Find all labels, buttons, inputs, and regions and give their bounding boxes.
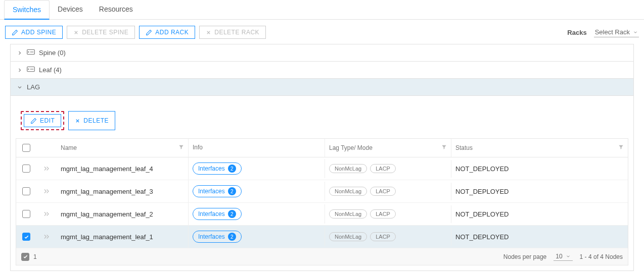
- close-icon: [73, 30, 79, 35]
- lag-type-pill: NonMcLag: [329, 164, 367, 173]
- interfaces-count: 2: [228, 210, 236, 218]
- close-icon: [75, 118, 80, 124]
- table-row: mgmt_lag_management_leaf_1 Interfaces 2 …: [16, 226, 628, 248]
- row-name: mgmt_lag_management_leaf_4: [61, 165, 153, 173]
- interfaces-count: 2: [228, 187, 236, 195]
- lag-type-pill: NonMcLag: [329, 209, 367, 219]
- per-page-label: Nodes per page: [503, 253, 546, 260]
- lag-body: EDIT DELETE Name Info Lag Type/ Mode: [11, 96, 633, 270]
- expand-row[interactable]: [36, 165, 57, 172]
- expand-row[interactable]: [36, 188, 57, 195]
- expand-row[interactable]: [36, 233, 57, 240]
- lag-type-pill: NonMcLag: [329, 232, 367, 241]
- select-all-checkbox[interactable]: [22, 144, 30, 152]
- interfaces-pill[interactable]: Interfaces 2: [193, 162, 242, 175]
- lag-mode-pill: LACP: [370, 187, 396, 196]
- tab-resources[interactable]: Resources: [91, 0, 141, 19]
- table-footer: 1 Nodes per page 10 1 - 4 of 4 Nodes: [16, 248, 628, 265]
- device-icon: [27, 66, 35, 74]
- group-lag[interactable]: LAG: [11, 79, 633, 96]
- delete-rack-button: DELETE RACK: [199, 26, 266, 39]
- table-row: mgmt_lag_management_leaf_2 Interfaces 2 …: [16, 203, 628, 226]
- racks-label: Racks: [567, 29, 586, 36]
- svg-point-1: [28, 51, 29, 52]
- interfaces-pill[interactable]: Interfaces 2: [193, 208, 242, 220]
- interfaces-count: 2: [228, 165, 236, 173]
- chevron-right-icon: [17, 50, 23, 56]
- per-page-select[interactable]: 10: [554, 252, 572, 261]
- chevron-down-icon: [17, 84, 23, 90]
- filter-icon[interactable]: [618, 144, 624, 151]
- toolbar: ADD SPINE DELETE SPINE ADD RACK DELETE R…: [0, 20, 644, 44]
- tabs: Switches Devices Resources: [0, 0, 644, 20]
- page-range: 1 - 4 of 4 Nodes: [580, 253, 623, 260]
- lag-mode-pill: LACP: [370, 232, 396, 241]
- edit-button[interactable]: EDIT: [24, 114, 61, 127]
- edit-highlight: EDIT: [21, 111, 64, 130]
- add-rack-button[interactable]: ADD RACK: [139, 26, 195, 39]
- interfaces-pill[interactable]: Interfaces 2: [193, 185, 242, 197]
- row-status: NOT_DEPLOYED: [455, 188, 509, 195]
- chevron-right-icon: [17, 67, 23, 73]
- tab-devices[interactable]: Devices: [50, 0, 91, 19]
- chevron-down-icon: [633, 30, 638, 35]
- row-checkbox[interactable]: [22, 233, 30, 241]
- table-row: mgmt_lag_management_leaf_3 Interfaces 2 …: [16, 180, 628, 203]
- add-spine-button[interactable]: ADD SPINE: [5, 26, 63, 39]
- column-status: Status: [455, 144, 473, 151]
- row-name: mgmt_lag_management_leaf_1: [61, 233, 153, 241]
- row-status: NOT_DEPLOYED: [455, 165, 509, 173]
- column-name: Name: [61, 144, 77, 151]
- footer-selected-indicator[interactable]: [21, 253, 29, 261]
- lag-table: Name Info Lag Type/ Mode Status mgmt_lag…: [16, 138, 628, 265]
- pencil-icon: [30, 118, 37, 124]
- pencil-icon: [146, 29, 152, 36]
- column-info: Info: [193, 144, 203, 151]
- filter-icon[interactable]: [441, 144, 447, 151]
- interfaces-count: 2: [228, 233, 236, 241]
- table-header: Name Info Lag Type/ Mode Status: [16, 139, 628, 157]
- row-status: NOT_DEPLOYED: [455, 233, 509, 241]
- row-checkbox[interactable]: [22, 187, 30, 195]
- lag-type-pill: NonMcLag: [329, 187, 367, 196]
- svg-point-4: [28, 69, 29, 69]
- device-icon: [27, 49, 35, 57]
- group-spine[interactable]: Spine (0): [11, 44, 633, 62]
- row-checkbox[interactable]: [22, 210, 30, 218]
- interfaces-pill[interactable]: Interfaces 2: [193, 231, 242, 243]
- delete-spine-button: DELETE SPINE: [67, 26, 135, 39]
- lag-mode-pill: LACP: [370, 209, 396, 219]
- row-name: mgmt_lag_management_leaf_3: [61, 188, 153, 195]
- row-checkbox[interactable]: [22, 165, 30, 173]
- table-row: mgmt_lag_management_leaf_4 Interfaces 2 …: [16, 157, 628, 180]
- close-icon: [206, 30, 211, 35]
- pencil-icon: [12, 29, 18, 36]
- row-name: mgmt_lag_management_leaf_2: [61, 210, 153, 218]
- group-leaf[interactable]: Leaf (4): [11, 62, 633, 79]
- rack-selector[interactable]: Select Rack: [594, 27, 639, 37]
- filter-icon[interactable]: [178, 144, 184, 151]
- tab-switches[interactable]: Switches: [4, 0, 50, 20]
- row-status: NOT_DEPLOYED: [455, 210, 509, 218]
- chevron-down-icon: [566, 254, 571, 259]
- main-panel: Spine (0) Leaf (4) LAG EDIT DELETE: [10, 44, 634, 271]
- column-lag: Lag Type/ Mode: [329, 144, 373, 151]
- expand-row[interactable]: [36, 210, 57, 217]
- selected-count: 1: [33, 253, 37, 260]
- delete-button[interactable]: DELETE: [68, 111, 115, 130]
- lag-mode-pill: LACP: [370, 164, 396, 173]
